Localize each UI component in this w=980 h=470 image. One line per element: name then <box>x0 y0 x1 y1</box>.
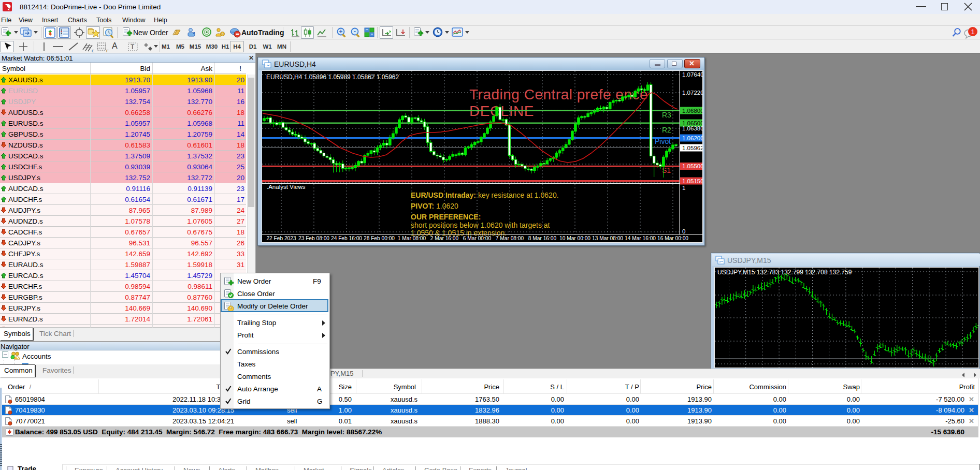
svg-text:23 Feb 08:00: 23 Feb 08:00 <box>298 236 329 241</box>
svg-text:PIVOT: 1.0620: PIVOT: 1.0620 <box>411 202 458 210</box>
svg-text:22 Feb 2023: 22 Feb 2023 <box>266 236 296 241</box>
svg-text:10 Mar 00:00: 10 Mar 00:00 <box>559 236 590 241</box>
svg-text:OUR PREFERENCE:: OUR PREFERENCE: <box>411 213 481 221</box>
svg-text:2 Mar 16:00: 2 Mar 16:00 <box>430 236 459 241</box>
svg-text:.Analyst Views: .Analyst Views <box>267 184 306 190</box>
svg-text:1.05150: 1.05150 <box>682 178 702 184</box>
svg-text:0: 0 <box>682 228 685 234</box>
svg-text:1 Mar 08:00: 1 Mar 08:00 <box>398 236 426 241</box>
svg-text:F: F <box>106 49 109 53</box>
svg-text:1.07220: 1.07220 <box>682 90 702 96</box>
svg-text:1.07640: 1.07640 <box>682 71 702 78</box>
svg-text:R3: R3 <box>662 111 671 119</box>
svg-text:-: - <box>354 28 356 35</box>
svg-text:+: + <box>339 28 342 35</box>
svg-text:Pivot: Pivot <box>655 137 671 145</box>
svg-text:USDJPY,M15 132.783 132.799 13: USDJPY,M15 132.783 132.799 132.708 132.7… <box>717 269 852 276</box>
svg-text:EURUSD,H4 1.05896 1.05989 1.0: EURUSD,H4 1.05896 1.05989 1.05862 1.0596… <box>266 74 399 81</box>
svg-text:R2: R2 <box>662 126 671 134</box>
svg-text:1.06200: 1.06200 <box>682 135 702 141</box>
svg-text:1.06800: 1.06800 <box>682 108 702 114</box>
svg-text:7 Mar 08:00: 7 Mar 08:00 <box>496 236 524 241</box>
svg-text:1: 1 <box>682 185 685 191</box>
svg-text:T: T <box>131 43 135 51</box>
svg-text:1.05962: 1.05962 <box>682 145 702 151</box>
svg-text:14 Mar 16:00: 14 Mar 16:00 <box>625 236 656 241</box>
svg-text:16 Mar 00:00: 16 Mar 00:00 <box>657 236 688 241</box>
svg-text:EUR/USD Intraday: key resista: EUR/USD Intraday: key resistance at 1.06… <box>411 191 559 199</box>
svg-text:short positions below 1.0620 w: short positions below 1.0620 with target… <box>411 221 550 229</box>
svg-text:8 Mar 16:00: 8 Mar 16:00 <box>528 236 557 241</box>
svg-text:6 Mar 00:00: 6 Mar 00:00 <box>463 236 492 241</box>
svg-text:24 Feb 16:00: 24 Feb 16:00 <box>331 236 362 241</box>
svg-text:1.06380: 1.06380 <box>682 125 702 131</box>
svg-text:28 Feb 00:00: 28 Feb 00:00 <box>364 236 395 241</box>
svg-text:1: 1 <box>971 28 974 36</box>
svg-text:1.05500: 1.05500 <box>682 163 702 169</box>
svg-text:13 Mar 08:00: 13 Mar 08:00 <box>592 236 623 241</box>
svg-text:E: E <box>92 49 94 53</box>
